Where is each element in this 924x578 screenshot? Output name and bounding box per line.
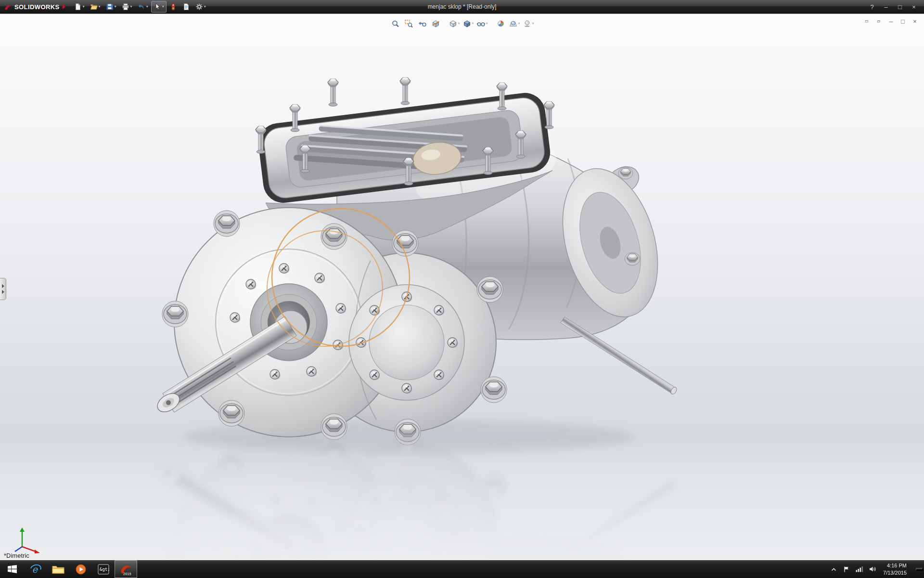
view-settings-button[interactable]: ▾ bbox=[522, 17, 535, 29]
close-button[interactable]: × bbox=[908, 1, 920, 12]
dropdown-arrow-icon: ▾ bbox=[204, 5, 206, 9]
save-button[interactable]: ▾ bbox=[103, 1, 119, 13]
edit-appearance-icon bbox=[497, 19, 505, 28]
media-player-icon bbox=[75, 564, 87, 575]
taskbar-media-player[interactable] bbox=[69, 560, 92, 578]
solidworks-2015-icon: 2015 bbox=[119, 563, 132, 576]
volume-button[interactable] bbox=[868, 565, 877, 574]
show-desktop-button[interactable] bbox=[916, 568, 923, 571]
window-tile-button[interactable] bbox=[862, 17, 871, 25]
display-style-button[interactable]: ▾ bbox=[462, 17, 475, 29]
expand-panel-arrow-icon bbox=[2, 284, 4, 288]
new-document-icon bbox=[74, 3, 82, 11]
internet-explorer-icon: e bbox=[29, 563, 42, 576]
view-orientation-cube-icon bbox=[449, 19, 457, 28]
view-orientation-label: *Dimetric bbox=[4, 552, 29, 559]
previous-view-icon bbox=[418, 19, 426, 28]
previous-view-button[interactable] bbox=[416, 17, 428, 29]
titlebar: SOLIDWORKS ▾ ▾ ▾ bbox=[0, 0, 924, 13]
zoom-to-fit-icon bbox=[391, 19, 399, 28]
print-icon bbox=[122, 3, 129, 11]
open-button[interactable]: ▾ bbox=[88, 1, 103, 13]
hide-show-glasses-icon bbox=[476, 19, 485, 28]
network-status-button[interactable] bbox=[855, 565, 864, 574]
hide-show-items-button[interactable]: ▾ bbox=[475, 17, 488, 29]
tray-expand-button[interactable] bbox=[829, 565, 838, 574]
quick-access-toolbar: ▾ ▾ ▾ ▾ bbox=[72, 1, 208, 13]
taskbar-solidworks-2015[interactable]: 2015 bbox=[115, 560, 137, 578]
doc-minimize-button[interactable]: – bbox=[886, 17, 895, 25]
window-cascade-button[interactable] bbox=[874, 17, 883, 25]
dropdown-arrow-icon: ▾ bbox=[518, 22, 520, 26]
taskbar-clock[interactable]: 4:16 PM 7/13/2015 bbox=[881, 562, 911, 576]
section-view-button[interactable] bbox=[429, 17, 442, 29]
file-properties-button[interactable] bbox=[180, 1, 192, 13]
output-shaft[interactable] bbox=[561, 317, 678, 395]
tile-window-icon bbox=[865, 18, 868, 25]
system-tray: 4:16 PM 7/13/2015 bbox=[829, 560, 924, 578]
document-window-controls: – □ × bbox=[862, 17, 919, 25]
dropdown-arrow-icon: ▾ bbox=[486, 22, 488, 26]
doc-close-button[interactable]: × bbox=[911, 17, 919, 25]
windows-taskbar: e &gt;_ 2015 bbox=[0, 560, 924, 578]
start-button[interactable] bbox=[0, 560, 24, 578]
expand-panel-arrow-icon bbox=[2, 290, 4, 294]
minimize-button[interactable]: – bbox=[880, 1, 892, 12]
apply-scene-icon bbox=[509, 19, 518, 28]
edit-appearance-button[interactable] bbox=[495, 17, 507, 29]
featuremanager-collapsed-tab[interactable] bbox=[0, 278, 6, 300]
open-folder-icon bbox=[90, 3, 98, 11]
undo-arrow-icon bbox=[138, 3, 145, 11]
undo-button[interactable]: ▾ bbox=[135, 1, 151, 13]
dropdown-arrow-icon: ▾ bbox=[130, 5, 132, 9]
bearing-cover[interactable] bbox=[369, 305, 444, 380]
solidworks-logo: SOLIDWORKS bbox=[0, 3, 72, 11]
dropdown-arrow-icon: ▾ bbox=[83, 5, 85, 9]
cascade-window-icon bbox=[877, 18, 880, 25]
save-floppy-icon bbox=[106, 3, 114, 11]
network-bars-icon bbox=[856, 566, 863, 572]
file-properties-icon bbox=[182, 3, 190, 11]
zoom-to-area-icon bbox=[404, 19, 413, 28]
help-button[interactable]: ? bbox=[866, 1, 878, 12]
doc-restore-button[interactable]: □ bbox=[898, 17, 907, 25]
zoom-to-fit-button[interactable] bbox=[389, 17, 401, 29]
view-orientation-button[interactable]: ▾ bbox=[448, 17, 461, 29]
brand-text: SOLIDWORKS bbox=[14, 3, 60, 11]
maximize-button[interactable]: □ bbox=[894, 1, 906, 12]
chevron-up-icon bbox=[831, 567, 837, 572]
apply-scene-button[interactable]: ▾ bbox=[508, 17, 521, 29]
flag-icon bbox=[843, 566, 850, 573]
taskbar-file-explorer[interactable] bbox=[47, 560, 69, 578]
zoom-to-area-button[interactable] bbox=[402, 17, 415, 29]
file-explorer-icon bbox=[52, 564, 64, 575]
rebuild-button[interactable] bbox=[167, 1, 180, 13]
gearbox-assembly[interactable] bbox=[154, 78, 678, 446]
heads-up-view-toolbar: ▾ ▾ ▾ bbox=[387, 16, 537, 30]
taskbar-internet-explorer[interactable]: e bbox=[24, 560, 47, 578]
taskbar-command-prompt[interactable]: &gt;_ bbox=[92, 560, 115, 578]
select-button[interactable]: ▾ bbox=[151, 1, 167, 13]
clock-date: 7/13/2015 bbox=[883, 569, 907, 576]
action-center-button[interactable] bbox=[842, 565, 851, 574]
clock-time: 4:16 PM bbox=[887, 562, 907, 569]
rebuild-stoplight-icon bbox=[169, 3, 177, 11]
dropdown-arrow-icon: ▾ bbox=[99, 5, 101, 9]
display-style-icon bbox=[462, 19, 471, 28]
dropdown-arrow-icon: ▾ bbox=[458, 22, 460, 26]
graphics-area[interactable]: ▾ ▾ ▾ bbox=[0, 13, 924, 560]
print-button[interactable]: ▾ bbox=[119, 1, 135, 13]
svg-text:&gt;_: &gt;_ bbox=[100, 567, 109, 572]
brand-chevron-icon bbox=[62, 4, 66, 10]
gearbox-model[interactable] bbox=[0, 14, 924, 560]
options-gear-icon bbox=[195, 3, 203, 11]
command-prompt-icon: &gt;_ bbox=[98, 564, 109, 575]
dropdown-arrow-icon: ▾ bbox=[146, 5, 148, 9]
new-document-button[interactable]: ▾ bbox=[72, 1, 87, 13]
section-view-icon bbox=[431, 19, 440, 28]
speaker-icon bbox=[869, 566, 876, 572]
windows-logo-icon bbox=[8, 565, 17, 573]
window-controls: ? – □ × bbox=[866, 1, 924, 12]
svg-text:2015: 2015 bbox=[123, 572, 131, 576]
options-button[interactable]: ▾ bbox=[193, 1, 208, 13]
